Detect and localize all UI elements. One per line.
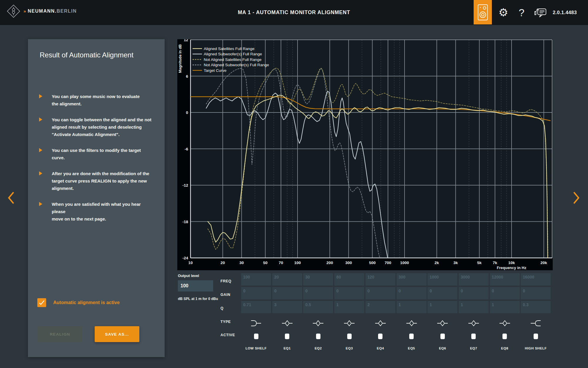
eq-freq-field[interactable]: 20 — [272, 273, 302, 286]
eq-gain-field[interactable]: 0 — [334, 287, 364, 299]
feedback-button[interactable] — [532, 0, 550, 25]
feedback-icon — [534, 7, 548, 19]
result-panel: Result of Automatic Alignment You can pl… — [28, 39, 165, 357]
bell-icon[interactable] — [365, 320, 395, 327]
active-checkbox[interactable] — [502, 334, 507, 339]
eq-q-field[interactable]: 0.5 — [303, 301, 333, 313]
eq-freq-field[interactable]: 30 — [303, 273, 333, 286]
top-bar: » NEUMANN.BERLIN MA 1 - AUTOMATIC MONITO… — [0, 0, 588, 25]
svg-text:300: 300 — [345, 261, 352, 265]
eq-gain-field[interactable]: 0 — [272, 287, 302, 299]
eq-gain-field[interactable]: 0 — [365, 287, 395, 299]
bell-icon[interactable] — [334, 320, 364, 327]
eq-freq-field[interactable]: 100 — [241, 273, 271, 286]
eq-q-field[interactable]: 2 — [365, 301, 395, 313]
alignment-chart: 1260-6-12-18-241020305070100200300500700… — [177, 39, 553, 270]
eq-gain-field[interactable]: 0 — [521, 287, 551, 299]
high-shelf-icon[interactable] — [521, 320, 551, 327]
svg-text:3k: 3k — [453, 261, 458, 265]
eq-q-field[interactable]: 1 — [427, 301, 457, 313]
instruction-text: You can play some music now to evaluate … — [52, 93, 140, 107]
svg-text:700: 700 — [385, 261, 391, 265]
svg-text:-6: -6 — [185, 147, 188, 151]
eq-freq-field[interactable]: 3000 — [459, 273, 489, 286]
next-page-button[interactable] — [573, 191, 580, 205]
eq-band-label: LOW SHELF — [241, 347, 271, 350]
active-checkbox[interactable] — [285, 334, 289, 339]
eq-gain-field[interactable]: 0 — [397, 287, 427, 299]
eq-q-field[interactable]: 3 — [272, 301, 302, 313]
output-level-unit: dB SPL at 1 m for 0 dBu — [178, 297, 218, 301]
eq-gain-field[interactable]: 0 — [427, 287, 457, 299]
svg-text:200: 200 — [326, 261, 333, 265]
eq-freq-field[interactable]: 120 — [365, 273, 395, 286]
eq-q-field[interactable]: 1 — [334, 301, 364, 313]
bell-icon[interactable] — [303, 320, 333, 327]
eq-q-field[interactable]: 1 — [490, 301, 520, 313]
svg-text:7k: 7k — [493, 261, 497, 265]
previous-page-button[interactable] — [8, 191, 15, 205]
active-checkbox[interactable] — [347, 334, 352, 339]
row-label-freq: FREQ — [220, 279, 231, 283]
eq-band-label: EQ4 — [365, 347, 395, 350]
svg-text:10: 10 — [188, 261, 193, 265]
eq-band-label: EQ5 — [397, 347, 427, 350]
eq-gain-field[interactable]: 0 — [241, 287, 271, 299]
low-shelf-icon[interactable] — [241, 320, 271, 327]
active-checkbox[interactable] — [378, 334, 382, 339]
svg-text:0: 0 — [186, 110, 188, 115]
svg-text:-18: -18 — [182, 220, 188, 224]
eq-freq-field[interactable]: 1000 — [427, 273, 457, 286]
automatic-alignment-checkbox[interactable] — [37, 298, 46, 307]
eq-q-field[interactable]: 0.3 — [521, 301, 551, 313]
eq-gain-field[interactable]: 0 — [490, 287, 520, 299]
instruction-item: You can use the filters to modify the ta… — [39, 147, 154, 161]
active-checkbox[interactable] — [316, 334, 320, 339]
eq-freq-field[interactable]: 12000 — [490, 273, 520, 286]
settings-button[interactable]: ⚙ — [496, 0, 510, 25]
eq-gain-field[interactable]: 0 — [303, 287, 333, 299]
svg-text:10k: 10k — [508, 261, 515, 265]
bell-icon[interactable] — [272, 320, 302, 327]
eq-band-label: EQ3 — [334, 347, 364, 350]
help-icon: ? — [519, 7, 524, 19]
active-checkbox[interactable] — [254, 334, 258, 339]
svg-text:100: 100 — [294, 261, 301, 265]
active-checkbox[interactable] — [409, 334, 414, 339]
output-level-input[interactable]: 100 — [178, 280, 213, 291]
eq-band-label: EQ7 — [459, 347, 489, 350]
eq-freq-field[interactable]: 16000 — [521, 273, 551, 286]
help-button[interactable]: ? — [515, 0, 528, 25]
eq-freq-field[interactable]: 80 — [334, 273, 364, 286]
monitor-setup-button[interactable] — [474, 0, 492, 24]
eq-gain-field[interactable]: 0 — [459, 287, 489, 299]
eq-q-field[interactable]: 0.71 — [241, 301, 271, 313]
version-label: 2.0.1.4483 — [553, 0, 577, 25]
eq-q-field[interactable]: 1 — [397, 301, 427, 313]
active-checkbox[interactable] — [534, 334, 538, 339]
instruction-text: After you are done with the modification… — [52, 170, 149, 192]
eq-q-field[interactable]: 1 — [459, 301, 489, 313]
svg-text:Target Curve: Target Curve — [204, 68, 226, 73]
bullet-triangle-icon — [39, 171, 46, 175]
active-checkbox[interactable] — [471, 334, 476, 339]
row-label-q: Q — [220, 306, 223, 310]
panel-title: Result of Automatic Alignment — [40, 51, 133, 59]
bell-icon[interactable] — [490, 320, 520, 327]
active-checkbox[interactable] — [440, 334, 445, 339]
eq-band-label: EQ2 — [303, 347, 333, 350]
chevron-left-icon — [8, 191, 15, 204]
instruction-item: You can toggle between the aligned and t… — [39, 116, 154, 138]
bell-icon[interactable] — [459, 320, 489, 327]
save-as-button[interactable]: SAVE AS... — [95, 326, 139, 342]
eq-freq-field[interactable]: 300 — [397, 273, 427, 286]
row-label-type: TYPE — [220, 320, 231, 324]
realign-button[interactable]: REALIGN — [38, 326, 82, 342]
checkmark-icon — [39, 300, 45, 305]
bell-icon[interactable] — [427, 320, 457, 327]
instruction-text: You can toggle between the aligned and t… — [52, 116, 151, 138]
svg-text:6: 6 — [186, 74, 188, 79]
eq-section: Output level 100 dB SPL at 1 m for 0 dBu… — [177, 273, 557, 362]
svg-text:Magnitude in dB: Magnitude in dB — [178, 44, 182, 73]
bell-icon[interactable] — [397, 320, 427, 327]
